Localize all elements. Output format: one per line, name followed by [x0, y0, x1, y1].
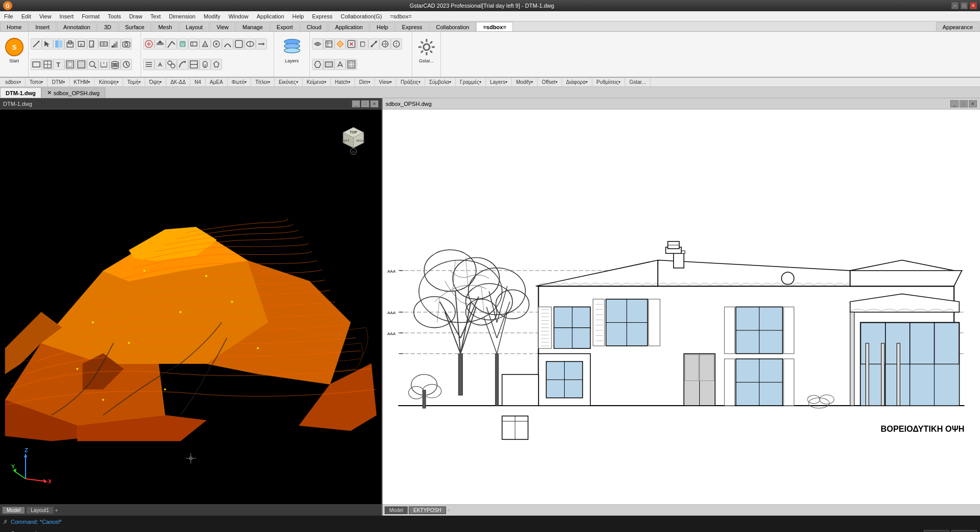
action-btn-3[interactable] — [335, 38, 346, 50]
ribbon-btn-18[interactable] — [211, 59, 222, 70]
viewport-left-maximize[interactable]: □ — [361, 100, 369, 107]
action-btn-9[interactable] — [312, 59, 323, 70]
group-foto[interactable]: Φωτό — [228, 78, 251, 86]
action-btn-6[interactable] — [368, 38, 380, 50]
ribbon-btn-12[interactable] — [143, 59, 154, 70]
group-amea[interactable]: ΑμΕΑ — [206, 78, 228, 86]
search-btn[interactable] — [87, 59, 98, 70]
ribbon-btn-13[interactable] — [154, 59, 166, 70]
tab-view[interactable]: View — [210, 22, 235, 31]
doc-tab-sdbox[interactable]: ✕ sdbox_OPSH.dwg — [41, 87, 105, 98]
ribbon-btn-17[interactable] — [199, 59, 211, 70]
mirror-btn[interactable] — [53, 38, 64, 50]
action-btn-5[interactable] — [357, 38, 368, 50]
right-model-tab[interactable]: Model — [385, 506, 408, 514]
ribbon-btn-1[interactable] — [143, 38, 154, 50]
action-btn-8[interactable] — [391, 38, 402, 50]
group-titloi[interactable]: Τίτλοι — [251, 78, 275, 86]
menu-view[interactable]: View — [35, 11, 56, 21]
group-ktim[interactable]: ΚΤΗΜ — [70, 78, 95, 86]
group-gstar[interactable]: Gstar... — [625, 78, 650, 86]
group-topo[interactable]: Τοπο — [26, 78, 48, 86]
close-button[interactable]: ✕ — [970, 2, 977, 9]
group-keimena[interactable]: Κείμενα — [303, 78, 331, 86]
ribbon-btn-7[interactable] — [211, 38, 222, 50]
viewport-btn[interactable] — [42, 59, 53, 70]
group-rythmiseis[interactable]: Ρυθμίσεις — [592, 78, 625, 86]
layers-big-button[interactable]: Layers — [279, 33, 305, 68]
ribbon-btn-8[interactable] — [222, 38, 233, 50]
group-praxeis[interactable]: Πράξεις — [396, 78, 425, 86]
block-btn[interactable] — [64, 38, 76, 50]
menu-application[interactable]: Application — [253, 11, 288, 21]
ribbon-btn-11[interactable] — [256, 38, 267, 50]
tab-annotation[interactable]: Annotation — [57, 22, 97, 31]
viewport-right-minimize[interactable]: _ — [950, 100, 959, 107]
window-btn[interactable] — [98, 38, 109, 50]
model-tab-model[interactable]: Model — [2, 506, 25, 514]
group-tomi[interactable]: Τομή — [123, 78, 145, 86]
ribbon-btn-5[interactable] — [188, 38, 199, 50]
group-dim[interactable]: Dim — [355, 78, 375, 86]
tab-collaboration[interactable]: Collaboration — [430, 22, 476, 31]
viewcube[interactable]: TOP LEFT RIGHT N — [336, 120, 371, 156]
tab-application[interactable]: Application — [328, 22, 369, 31]
ribbon-btn-3[interactable] — [166, 38, 177, 50]
menu-file[interactable]: File — [0, 11, 17, 21]
menu-help[interactable]: Help — [288, 11, 308, 21]
group-grammes[interactable]: Γραμμές — [456, 78, 486, 86]
group-diafora[interactable]: Διάφορα — [562, 78, 592, 86]
menu-express[interactable]: Express — [308, 11, 337, 21]
modify-btn[interactable] — [121, 59, 132, 70]
model-tab-add[interactable]: + — [55, 507, 58, 514]
layer-btn[interactable] — [109, 59, 121, 70]
insert-btn[interactable]: B — [76, 38, 87, 50]
viewport-right-close[interactable]: ✕ — [969, 100, 977, 107]
group-dtm[interactable]: DTM — [48, 78, 70, 86]
ribbon-btn-2[interactable] — [154, 38, 166, 50]
ribbon-btn-14[interactable] — [166, 59, 177, 70]
rect-btn[interactable] — [31, 59, 42, 70]
menu-edit[interactable]: Edit — [17, 11, 35, 21]
menu-tools[interactable]: Tools — [104, 11, 125, 21]
door-btn[interactable] — [87, 38, 98, 50]
draw-tool-btn[interactable] — [31, 38, 42, 50]
menu-insert[interactable]: Insert — [55, 11, 78, 21]
model-tab-layout1[interactable]: Layout1 — [26, 506, 54, 514]
action-btn-10[interactable] — [323, 59, 335, 70]
ribbon-btn-10[interactable] — [244, 38, 256, 50]
group-n4[interactable]: Ν4 — [190, 78, 206, 86]
tab-layout[interactable]: Layout — [179, 22, 209, 31]
group-katopsi[interactable]: Κάτοψη — [95, 78, 123, 86]
menu-window[interactable]: Window — [225, 11, 253, 21]
tab-sdbox-active[interactable]: =sdbox= — [476, 22, 513, 31]
start-button[interactable]: S Start — [1, 33, 28, 68]
ribbon-btn-15[interactable] — [177, 59, 188, 70]
tab-mesh[interactable]: Mesh — [151, 22, 179, 31]
group-sdbox[interactable]: sdbox — [1, 78, 26, 86]
tab-3d[interactable]: 3D — [97, 22, 118, 31]
ribbon-btn-6[interactable] — [199, 38, 211, 50]
menu-text[interactable]: Text — [146, 11, 165, 21]
ribbon-btn-9[interactable] — [233, 38, 244, 50]
action-btn-1[interactable] — [312, 38, 323, 50]
tab-home[interactable]: Home — [0, 22, 28, 31]
frame-btn[interactable] — [64, 59, 76, 70]
right-add-tab[interactable]: + — [447, 507, 451, 514]
action-btn-4[interactable] — [346, 38, 357, 50]
group-simbola[interactable]: Σύμβολα — [425, 78, 456, 86]
tab-express[interactable]: Express — [395, 22, 429, 31]
menu-sdbox[interactable]: =sdbox= — [386, 11, 416, 21]
viewport-right-canvas[interactable]: ΑΑΑ ΑΑΑ ΑΑΑ — [383, 109, 980, 504]
maximize-button[interactable]: □ — [961, 2, 968, 9]
viewport-left-canvas[interactable]: TOP LEFT RIGHT N Z X — [0, 109, 382, 504]
menu-modify[interactable]: Modify — [199, 11, 224, 21]
tab-insert[interactable]: Insert — [29, 22, 56, 31]
tab-export[interactable]: Export — [270, 22, 300, 31]
menu-collaboration[interactable]: Collaboration(G) — [337, 11, 386, 21]
camera-btn[interactable] — [121, 38, 132, 50]
group-opsi[interactable]: Όψη — [145, 78, 166, 86]
menu-draw[interactable]: Draw — [125, 11, 146, 21]
viewport-left-minimize[interactable]: _ — [352, 100, 360, 107]
group-dk-dd[interactable]: ΔΚ-ΔΔ — [166, 78, 190, 86]
